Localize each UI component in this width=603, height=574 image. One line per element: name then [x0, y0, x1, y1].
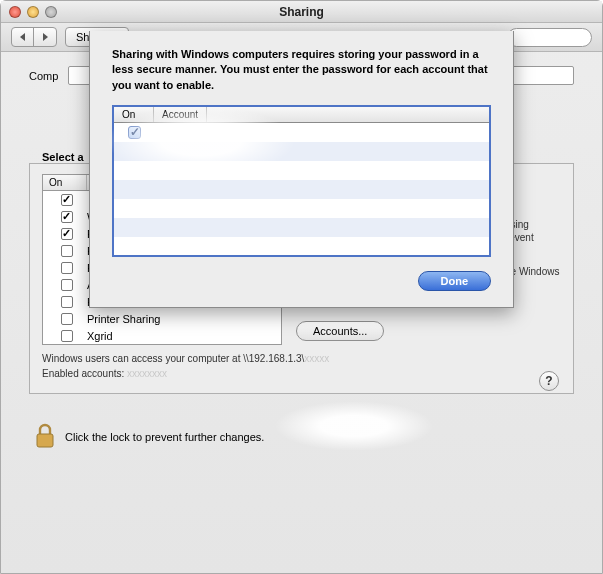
forward-button[interactable]	[34, 28, 56, 46]
service-checkbox[interactable]	[61, 211, 73, 223]
nav-back-forward	[11, 27, 57, 47]
computer-name-label: Comp	[29, 70, 58, 82]
lock-icon[interactable]	[33, 422, 57, 452]
lock-text: Click the lock to prevent further change…	[65, 431, 264, 443]
svg-rect-0	[37, 434, 53, 447]
lock-row: Click the lock to prevent further change…	[29, 422, 574, 452]
service-checkbox[interactable]	[61, 279, 73, 291]
services-header-on: On	[43, 175, 87, 190]
enabled-accounts-line: Enabled accounts: xxxxxxxx	[42, 368, 561, 379]
service-checkbox[interactable]	[61, 313, 73, 325]
window-title: Sharing	[1, 5, 602, 19]
accounts-button[interactable]: Accounts...	[296, 321, 384, 341]
accounts-sheet: Sharing with Windows computers requires …	[89, 31, 514, 308]
accounts-table: On Account	[112, 105, 491, 257]
service-checkbox[interactable]	[61, 194, 73, 206]
accounts-header-account: Account	[154, 107, 207, 122]
group-title: Select a	[42, 151, 84, 163]
back-button[interactable]	[12, 28, 34, 46]
sharing-preferences-window: Sharing Show All Comp Select a On Servic…	[0, 0, 603, 574]
service-checkbox[interactable]	[61, 245, 73, 257]
service-checkbox[interactable]	[61, 296, 73, 308]
access-address-line: Windows users can access your computer a…	[42, 353, 561, 364]
titlebar: Sharing	[1, 1, 602, 23]
service-label: Printer Sharing	[87, 313, 160, 325]
done-button[interactable]: Done	[418, 271, 492, 291]
help-button[interactable]: ?	[539, 371, 559, 391]
service-row[interactable]: Xgrid	[43, 327, 281, 344]
service-checkbox[interactable]	[61, 228, 73, 240]
accounts-header-on: On	[114, 107, 154, 122]
service-row[interactable]: Printer Sharing	[43, 310, 281, 327]
service-checkbox[interactable]	[61, 262, 73, 274]
search-input[interactable]	[507, 28, 592, 47]
service-label: Xgrid	[87, 330, 113, 342]
account-row[interactable]	[114, 123, 489, 142]
account-checkbox[interactable]	[128, 126, 141, 139]
sheet-message: Sharing with Windows computers requires …	[112, 47, 491, 93]
service-checkbox[interactable]	[61, 330, 73, 342]
